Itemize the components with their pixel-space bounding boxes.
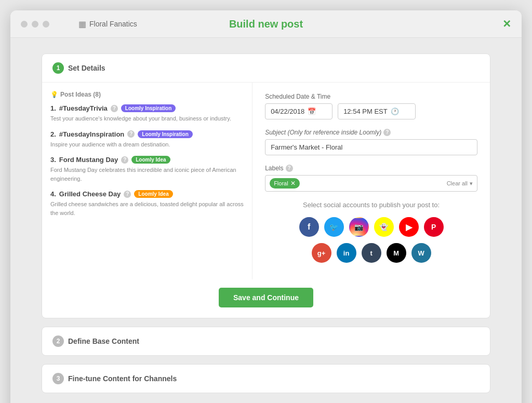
- step1-label: Set Details: [68, 64, 105, 72]
- page-title: Build new post: [229, 18, 303, 30]
- labels-label: Labels ?: [265, 165, 477, 172]
- pinterest-icon[interactable]: P: [424, 217, 444, 237]
- wordpress-icon[interactable]: W: [411, 243, 431, 263]
- dot-close: [21, 21, 28, 28]
- right-panel: Scheduled Date & Time 04/22/2018 📅 12:54…: [252, 83, 490, 279]
- post-idea-2-info[interactable]: ?: [127, 130, 135, 138]
- post-idea-3-title: 3. Ford Mustang Day ? Loomly Idea: [50, 156, 244, 164]
- post-idea-3: 3. Ford Mustang Day ? Loomly Idea Ford M…: [50, 156, 244, 183]
- social-title: Select social accounts to publish your p…: [265, 201, 477, 209]
- main-content: 1 Set Details 💡 Post Ideas (8) 1. #Tues: [10, 38, 522, 403]
- post-idea-3-number: 3.: [50, 156, 56, 164]
- time-input[interactable]: 12:54 PM EST 🕐: [338, 103, 416, 119]
- post-idea-4-name: Grilled Cheese Day: [59, 190, 121, 198]
- chevron-down-icon: ▾: [470, 180, 473, 187]
- step3-label: Fine-tune Content for Channels: [68, 374, 177, 383]
- post-idea-4-desc: Grilled cheese sandwiches are a deliciou…: [50, 200, 244, 217]
- step1-header[interactable]: 1 Set Details: [42, 54, 490, 82]
- save-continue-button[interactable]: Save and Continue: [219, 288, 313, 307]
- app-window: ▦ Floral Fanatics Build new post ✕ 1 Set…: [10, 10, 522, 403]
- lightbulb-icon: 💡: [50, 91, 58, 98]
- linkedin-icon[interactable]: in: [337, 243, 356, 263]
- post-ideas-title: 💡 Post Ideas (8): [50, 91, 244, 98]
- post-idea-1-info[interactable]: ?: [111, 105, 118, 112]
- post-idea-2-number: 2.: [50, 130, 56, 138]
- scheduled-field-group: Scheduled Date & Time 04/22/2018 📅 12:54…: [265, 93, 477, 119]
- post-idea-1: 1. #TuesdayTrivia ? Loomly Inspiration T…: [50, 104, 244, 123]
- post-idea-2-badge: Loomly Inspiration: [138, 130, 192, 138]
- close-button[interactable]: ✕: [502, 18, 511, 30]
- post-idea-2-desc: Inspire your audience with a dream desti…: [50, 140, 244, 149]
- social-section: Select social accounts to publish your p…: [265, 201, 477, 263]
- post-idea-1-number: 1.: [50, 104, 56, 112]
- step1-card: 1 Set Details 💡 Post Ideas (8) 1. #Tues: [42, 53, 490, 318]
- step3-number: 3: [52, 373, 64, 384]
- post-idea-2-name: #TuesdayInspiration: [59, 130, 124, 138]
- subject-input[interactable]: [265, 139, 477, 155]
- post-idea-1-name: #TuesdayTrivia: [59, 104, 108, 112]
- post-idea-3-desc: Ford Mustang Day celebrates this incredi…: [50, 166, 244, 183]
- clear-all-button[interactable]: Clear all ▾: [447, 180, 473, 187]
- date-value: 04/22/2018: [271, 108, 304, 115]
- post-idea-3-name: Ford Mustang Day: [59, 156, 118, 164]
- youtube-icon[interactable]: ▶: [399, 217, 419, 237]
- post-idea-4-title: 4. Grilled Cheese Day ? Loomly Idea: [50, 190, 244, 198]
- twitter-icon[interactable]: 🐦: [324, 217, 344, 237]
- step1-number: 1: [52, 62, 64, 74]
- googleplus-icon[interactable]: g+: [312, 243, 331, 263]
- social-icons-row-2: g+ in t M W: [265, 243, 477, 263]
- post-idea-4-badge: Loomly Idea: [134, 190, 172, 198]
- step1-body: 💡 Post Ideas (8) 1. #TuesdayTrivia ? Loo…: [42, 82, 490, 279]
- grid-icon: ▦: [78, 19, 86, 29]
- date-input[interactable]: 04/22/2018 📅: [265, 103, 332, 119]
- titlebar: ▦ Floral Fanatics Build new post ✕: [10, 10, 522, 38]
- step3-header[interactable]: 3 Fine-tune Content for Channels: [42, 365, 490, 393]
- window-controls: [21, 21, 49, 28]
- subject-label: Subject (Only for reference inside Looml…: [265, 129, 477, 136]
- labels-input-row[interactable]: Floral ✕ Clear all ▾: [265, 175, 477, 192]
- snapchat-icon[interactable]: 👻: [374, 217, 394, 237]
- subject-field-group: Subject (Only for reference inside Looml…: [265, 129, 477, 155]
- facebook-icon[interactable]: f: [299, 217, 319, 237]
- step3-card: 3 Fine-tune Content for Channels: [42, 364, 490, 393]
- post-idea-4-number: 4.: [50, 190, 56, 198]
- clock-icon: 🕐: [391, 108, 399, 115]
- post-ideas-panel: 💡 Post Ideas (8) 1. #TuesdayTrivia ? Loo…: [42, 83, 252, 279]
- step2-label: Define Base Content: [68, 337, 139, 345]
- calendar-icon: 📅: [308, 108, 316, 115]
- scheduled-label: Scheduled Date & Time: [265, 93, 477, 100]
- medium-icon[interactable]: M: [387, 243, 406, 263]
- labels-info-icon[interactable]: ?: [286, 165, 293, 172]
- subject-info-icon[interactable]: ?: [383, 129, 391, 136]
- post-idea-4-info[interactable]: ?: [124, 191, 131, 198]
- social-icons-row-1: f 🐦 📷 👻 ▶ P: [265, 217, 477, 237]
- post-idea-1-badge: Loomly Inspiration: [121, 104, 176, 112]
- brand-name: Floral Fanatics: [89, 20, 137, 28]
- step2-header[interactable]: 2 Define Base Content: [42, 327, 490, 355]
- label-tag-remove[interactable]: ✕: [290, 180, 296, 187]
- brand-area: ▦ Floral Fanatics: [78, 19, 137, 29]
- post-idea-3-info[interactable]: ?: [121, 156, 128, 164]
- save-btn-row: Save and Continue: [42, 279, 490, 318]
- dot-minimize: [32, 21, 38, 28]
- post-idea-1-desc: Test your audience's knowledge about you…: [50, 114, 244, 123]
- dot-maximize: [43, 21, 49, 28]
- post-idea-1-title: 1. #TuesdayTrivia ? Loomly Inspiration: [50, 104, 244, 112]
- floral-label-tag: Floral ✕: [270, 178, 300, 189]
- step2-number: 2: [52, 335, 64, 347]
- labels-field-group: Labels ? Floral ✕ Clear all ▾: [265, 165, 477, 192]
- date-time-row: 04/22/2018 📅 12:54 PM EST 🕐: [265, 103, 477, 119]
- tumblr-icon[interactable]: t: [362, 243, 381, 263]
- post-idea-4: 4. Grilled Cheese Day ? Loomly Idea Gril…: [50, 190, 244, 217]
- instagram-icon[interactable]: 📷: [349, 217, 369, 237]
- time-value: 12:54 PM EST: [343, 108, 388, 115]
- step2-card: 2 Define Base Content: [42, 327, 490, 356]
- post-idea-2: 2. #TuesdayInspiration ? Loomly Inspirat…: [50, 130, 244, 149]
- post-idea-3-badge: Loomly Idea: [131, 156, 170, 164]
- post-idea-2-title: 2. #TuesdayInspiration ? Loomly Inspirat…: [50, 130, 244, 138]
